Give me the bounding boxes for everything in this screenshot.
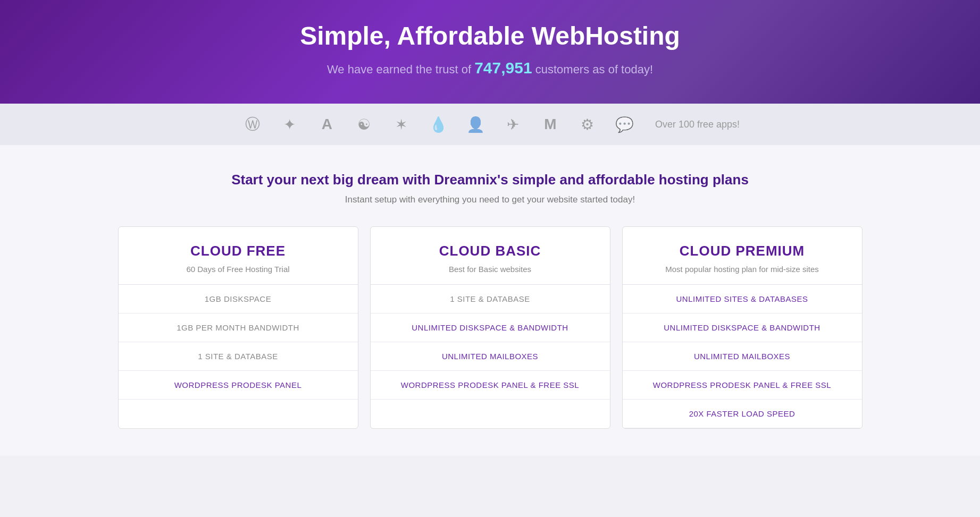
- plan-premium-feature-5: 20X FASTER LOAD SPEED: [623, 400, 862, 428]
- hero-count: 747,951: [474, 59, 532, 77]
- plan-cloud-premium: CLOUD PREMIUM Most popular hosting plan …: [622, 226, 862, 429]
- hero-section: Simple, Affordable WebHosting We have ea…: [0, 0, 980, 104]
- plan-cloud-free: CLOUD FREE 60 Days of Free Hosting Trial…: [118, 226, 358, 429]
- hero-title: Simple, Affordable WebHosting: [11, 21, 969, 50]
- plan-basic-header: CLOUD BASIC Best for Basic websites: [371, 227, 610, 285]
- plan-premium-feature-3: UNLIMITED MAILBOXES: [623, 342, 862, 371]
- plan-premium-feature-2: UNLIMITED DISKSPACE & BANDWIDTH: [623, 313, 862, 342]
- plan-basic-feature-1: 1 SITE & DATABASE: [371, 285, 610, 313]
- wordpress-icon: Ⓦ: [240, 112, 265, 137]
- main-section: Start your next big dream with Dreamnix'…: [0, 145, 980, 455]
- whm-icon: ⚙: [575, 112, 600, 137]
- plan-premium-header: CLOUD PREMIUM Most popular hosting plan …: [623, 227, 862, 285]
- plan-free-header: CLOUD FREE 60 Days of Free Hosting Trial: [119, 227, 358, 285]
- tagline: Start your next big dream with Dreamnix'…: [16, 172, 964, 188]
- plan-basic-feature-2: UNLIMITED DISKSPACE & BANDWIDTH: [371, 313, 610, 342]
- plan-cloud-basic: CLOUD BASIC Best for Basic websites 1 SI…: [370, 226, 610, 429]
- plan-basic-feature-3: UNLIMITED MAILBOXES: [371, 342, 610, 371]
- plan-free-feature-2: 1GB PER MONTH BANDWIDTH: [119, 313, 358, 342]
- livechat-icon: 💬: [613, 112, 637, 137]
- typo3-icon: A: [315, 112, 339, 137]
- plan-premium-feature-1: UNLIMITED SITES & DATABASES: [623, 285, 862, 313]
- plan-free-desc: 60 Days of Free Hosting Trial: [129, 265, 347, 274]
- apps-bar: Ⓦ ✦ A ☯ ✶ 💧 👤 ✈ M ⚙ 💬 Over 100 free apps…: [0, 104, 980, 145]
- tagline-sub: Instant setup with everything you need t…: [16, 194, 964, 205]
- plan-basic-feature-4: WORDPRESS PRODESK PANEL & FREE SSL: [371, 371, 610, 400]
- joomla-icon: ✦: [278, 112, 302, 137]
- plan-premium-desc: Most popular hosting plan for mid-size s…: [633, 265, 851, 274]
- fantastico-icon: ☯: [352, 112, 376, 137]
- hero-subtitle: We have earned the trust of 747,951 cust…: [11, 59, 969, 77]
- drupal-icon: 💧: [426, 112, 451, 137]
- plan-premium-feature-4: WORDPRESS PRODESK PANEL & FREE SSL: [623, 371, 862, 400]
- plan-premium-name: CLOUD PREMIUM: [633, 243, 851, 259]
- directadmin-icon: ✈: [501, 112, 525, 137]
- plan-free-feature-1: 1GB DISKSPACE: [119, 285, 358, 313]
- plan-free-feature-4: WORDPRESS PRODESK PANEL: [119, 371, 358, 400]
- hero-subtitle-post: customers as of today!: [532, 63, 653, 76]
- softaculous-icon: 👤: [464, 112, 488, 137]
- apps-label: Over 100 free apps!: [655, 119, 740, 130]
- plan-basic-desc: Best for Basic websites: [381, 265, 599, 274]
- joomla2-icon: ✶: [389, 112, 414, 137]
- pricing-cards: CLOUD FREE 60 Days of Free Hosting Trial…: [118, 226, 862, 429]
- hero-subtitle-pre: We have earned the trust of: [327, 63, 474, 76]
- plan-basic-name: CLOUD BASIC: [381, 243, 599, 259]
- magento-icon: M: [538, 112, 563, 137]
- plan-free-feature-3: 1 SITE & DATABASE: [119, 342, 358, 371]
- plan-free-name: CLOUD FREE: [129, 243, 347, 259]
